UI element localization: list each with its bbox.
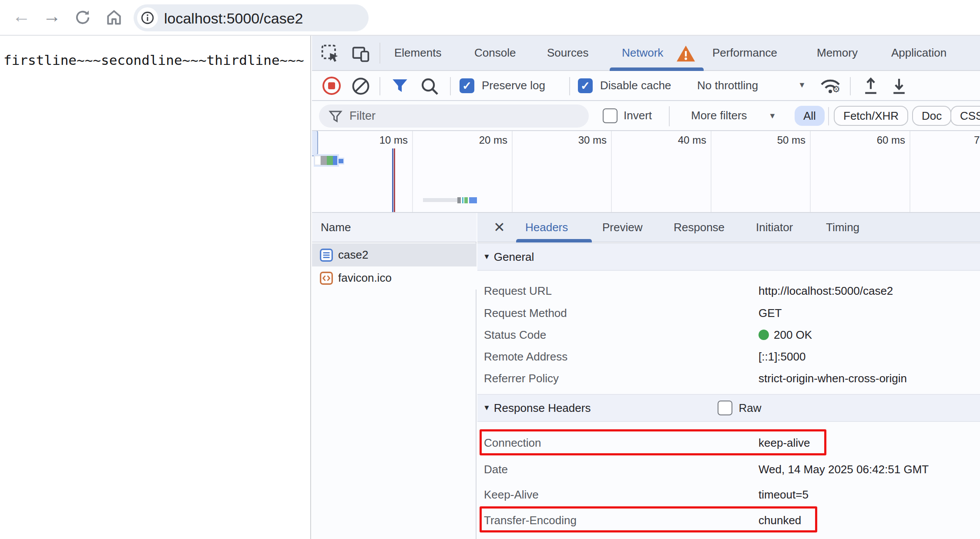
toolbar-separator (450, 77, 451, 95)
reload-icon[interactable] (73, 8, 92, 27)
details-tab-preview[interactable]: Preview (602, 213, 642, 242)
header-name: Date (484, 463, 508, 476)
browser-toolbar: ← → localhost:5000/case2 (0, 0, 980, 36)
filter-type-css[interactable]: CSS (950, 106, 980, 126)
back-icon[interactable]: ← (12, 7, 30, 25)
tab-application[interactable]: Application (891, 36, 946, 70)
grid-line (910, 131, 910, 213)
request-row-case2[interactable]: case2 (312, 243, 477, 266)
header-value: 200 OK (774, 328, 812, 342)
overview-grip[interactable] (312, 131, 318, 156)
more-filters-button[interactable]: More filters (691, 101, 747, 130)
disable-cache-label[interactable]: Disable cache (600, 71, 671, 100)
device-toolbar-icon[interactable] (351, 44, 370, 64)
import-har-icon[interactable] (861, 76, 880, 96)
details-tab-response[interactable]: Response (674, 213, 725, 242)
record-button[interactable] (322, 77, 341, 95)
time-tick: 30 ms (541, 134, 607, 146)
column-header-name[interactable]: Name (321, 221, 351, 234)
domcontentloaded-line (392, 148, 393, 213)
preserve-log-checkbox[interactable]: ✓ (460, 78, 474, 93)
network-overview[interactable]: 10 ms 20 ms 30 ms 40 ms 50 ms 60 ms 7 (312, 131, 980, 213)
active-tab-underline (610, 67, 704, 71)
collapse-triangle-icon: ▼ (483, 253, 490, 261)
waterfall-bar-case2[interactable] (314, 154, 339, 167)
tab-memory[interactable]: Memory (817, 36, 858, 70)
header-name: Keep-Alive (484, 488, 539, 502)
raw-checkbox[interactable] (718, 401, 732, 415)
waterfall-bar-favicon[interactable] (423, 197, 477, 203)
header-row-transfer-encoding: Transfer-Encoding chunked (477, 509, 980, 532)
preserve-log-label[interactable]: Preserve log (482, 71, 545, 100)
devtools-panel: Elements Console Sources Network Perform… (312, 36, 980, 539)
disable-cache-checkbox[interactable]: ✓ (578, 78, 593, 93)
grid-line (810, 131, 811, 213)
clear-network-log-icon[interactable] (351, 77, 370, 96)
grid-line (512, 131, 513, 213)
request-name[interactable]: favicon.ico (338, 271, 392, 285)
toolbar-separator (569, 77, 570, 95)
home-icon[interactable] (104, 8, 124, 27)
throttling-select[interactable]: No throttling (697, 71, 758, 100)
filter-bar: Filter Invert More filters ▼ All Fetch/X… (312, 101, 980, 131)
details-tab-initiator[interactable]: Initiator (756, 213, 793, 242)
tab-elements[interactable]: Elements (394, 36, 441, 70)
toolbar-separator (669, 106, 670, 126)
filter-toggle-icon[interactable] (391, 78, 409, 94)
invert-label[interactable]: Invert (624, 101, 652, 130)
forward-icon[interactable]: → (43, 7, 61, 25)
devtools-tab-bar: Elements Console Sources Network Perform… (312, 36, 980, 71)
details-tab-timing[interactable]: Timing (826, 213, 859, 242)
url-text[interactable]: localhost:5000/case2 (164, 10, 303, 27)
filter-type-fetch-xhr[interactable]: Fetch/XHR (834, 106, 908, 126)
network-conditions-icon[interactable]: ⚙ (819, 75, 842, 97)
header-value: GET (758, 307, 782, 320)
response-headers-title: Response Headers (494, 401, 591, 415)
waterfall-chip-case2 (337, 158, 344, 165)
header-name: Remote Address (484, 350, 567, 364)
request-name[interactable]: case2 (338, 248, 368, 262)
filter-input[interactable]: Filter (319, 104, 589, 128)
status-dot (758, 330, 769, 340)
header-row-status-code: Status Code 200 OK (477, 323, 980, 346)
toolbar-separator (828, 107, 829, 125)
tab-sources[interactable]: Sources (547, 36, 588, 70)
time-tick: 50 ms (740, 134, 805, 146)
tab-network[interactable]: Network (622, 36, 663, 70)
url-bar[interactable]: localhost:5000/case2 (134, 4, 369, 31)
page-text: firstline~~~secondline~~~thirdline~~~ (3, 52, 304, 68)
header-value: [::1]:5000 (758, 350, 805, 364)
network-toolbar: ✓ Preserve log ✓ Disable cache No thrott… (312, 71, 980, 101)
request-details-panel: ✕ Headers Preview Response Initiator Tim… (477, 213, 980, 539)
network-warning-icon[interactable] (676, 44, 696, 63)
request-row-favicon[interactable]: favicon.ico (312, 266, 477, 290)
export-har-icon[interactable] (889, 76, 909, 96)
toolbar-separator (850, 77, 851, 95)
close-details-icon[interactable]: ✕ (493, 213, 505, 242)
grid-line (611, 131, 612, 213)
grid-line (711, 131, 712, 213)
filter-placeholder: Filter (349, 109, 376, 123)
tab-performance[interactable]: Performance (712, 36, 777, 70)
site-info-icon[interactable] (137, 7, 158, 28)
request-list-header[interactable]: Name (312, 213, 477, 243)
invert-checkbox[interactable] (603, 108, 618, 123)
load-event-line (394, 148, 395, 213)
more-filters-dropdown-icon[interactable]: ▼ (769, 111, 776, 121)
header-name: Request Method (484, 307, 567, 320)
general-section-header[interactable]: ▼ General (477, 243, 980, 271)
header-value: timeout=5 (758, 488, 809, 502)
tab-console[interactable]: Console (474, 36, 516, 70)
raw-label[interactable]: Raw (738, 401, 761, 415)
search-icon[interactable] (420, 76, 440, 96)
inspect-element-icon[interactable] (321, 44, 340, 63)
time-tick: 60 ms (840, 134, 905, 146)
filter-type-doc[interactable]: Doc (912, 106, 951, 126)
throttling-dropdown-icon[interactable]: ▼ (798, 81, 806, 90)
details-tab-headers[interactable]: Headers (525, 213, 568, 242)
annotation-box-connection (480, 429, 826, 455)
time-tick: 40 ms (641, 134, 706, 146)
response-headers-section-header[interactable]: ▼ Response Headers Raw (477, 394, 980, 422)
header-value: http://localhost:5000/case2 (758, 284, 893, 298)
filter-type-all[interactable]: All (795, 106, 825, 126)
